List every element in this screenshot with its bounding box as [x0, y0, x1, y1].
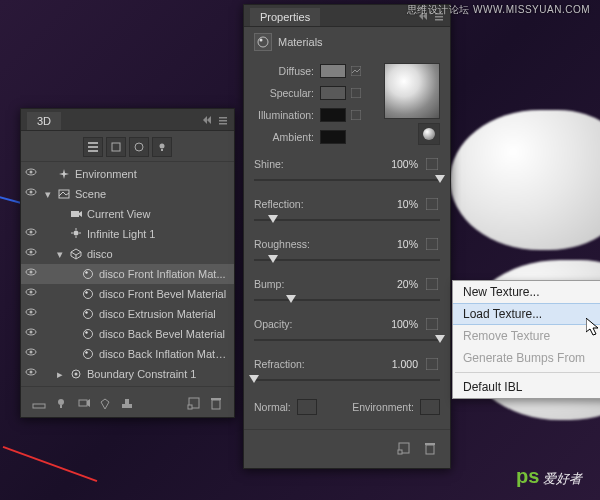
tree-row-disco-front-inflation-mat[interactable]: disco Front Inflation Mat... [21, 264, 234, 284]
visibility-eye-icon[interactable] [25, 327, 39, 341]
trash-icon[interactable] [422, 440, 438, 456]
svg-point-7 [135, 143, 143, 151]
visibility-eye-icon[interactable] [25, 287, 39, 301]
plane-icon[interactable] [31, 395, 47, 411]
3d-panel: 3D Environment▾SceneCurrent ViewInfinite… [20, 108, 235, 418]
svg-rect-51 [122, 404, 132, 408]
refraction-slider[interactable] [254, 373, 440, 387]
opacity-texture-drop[interactable] [424, 317, 440, 331]
tree-row-scene[interactable]: ▾Scene [21, 184, 234, 204]
menu-load-texture[interactable]: Load Texture... [453, 303, 600, 325]
shine-value[interactable]: 100% [391, 158, 418, 170]
svg-point-27 [30, 291, 33, 294]
tree-item-label: disco Extrusion Material [99, 308, 230, 320]
visibility-eye-icon[interactable] [25, 247, 39, 261]
panel-menu-icon[interactable] [218, 115, 228, 125]
tree-row-boundary-constraint-1[interactable]: ▸Boundary Constraint 1 [21, 364, 234, 384]
filter-scene-button[interactable] [83, 137, 103, 157]
svg-point-32 [84, 310, 93, 319]
diffuse-swatch[interactable] [320, 64, 346, 78]
visibility-eye-icon[interactable] [25, 267, 39, 281]
roughness-slider[interactable] [254, 253, 440, 267]
svg-point-13 [30, 191, 33, 194]
tree-toggle[interactable]: ▸ [55, 368, 65, 381]
diffuse-texture-drop[interactable] [349, 64, 363, 78]
illumination-swatch[interactable] [320, 108, 346, 122]
svg-rect-5 [88, 150, 98, 152]
properties-tab[interactable]: Properties [250, 8, 320, 26]
tree-row-disco-back-bevel-material[interactable]: disco Back Bevel Material [21, 324, 234, 344]
svg-rect-56 [211, 398, 221, 400]
tree-item-label: Environment [75, 168, 230, 180]
reflection-texture-drop[interactable] [424, 197, 440, 211]
visibility-eye-icon[interactable] [25, 307, 39, 321]
specular-swatch[interactable] [320, 86, 346, 100]
visibility-eye-icon[interactable] [25, 367, 39, 381]
tree-row-disco[interactable]: ▾disco [21, 244, 234, 264]
normal-drop[interactable] [297, 399, 317, 415]
tree-toggle[interactable]: ▾ [55, 248, 65, 261]
bump-slider[interactable] [254, 293, 440, 307]
svg-rect-48 [60, 405, 62, 408]
filter-light-button[interactable] [152, 137, 172, 157]
filter-mesh-button[interactable] [106, 137, 126, 157]
visibility-eye-icon[interactable] [25, 227, 39, 241]
shine-texture-drop[interactable] [424, 157, 440, 171]
menu-default-ibl[interactable]: Default IBL [453, 376, 600, 398]
menu-new-texture[interactable]: New Texture... [453, 281, 600, 303]
add-to-scene-icon[interactable] [97, 395, 113, 411]
visibility-eye-icon[interactable] [25, 207, 39, 221]
new-light-icon[interactable] [53, 395, 69, 411]
panel-collapse-icon[interactable] [202, 115, 212, 125]
mat-icon [80, 267, 96, 281]
tree-row-current-view[interactable]: Current View [21, 204, 234, 224]
svg-marker-75 [586, 318, 598, 335]
svg-rect-15 [71, 211, 79, 217]
svg-rect-9 [161, 149, 163, 151]
material-preset-picker[interactable] [418, 123, 440, 145]
visibility-eye-icon[interactable] [25, 347, 39, 361]
specular-texture-drop[interactable] [349, 86, 363, 100]
refraction-texture-drop[interactable] [424, 357, 440, 371]
specular-label: Specular: [254, 87, 320, 99]
tree-row-disco-front-bevel-material[interactable]: disco Front Bevel Material [21, 284, 234, 304]
opacity-value[interactable]: 100% [391, 318, 418, 330]
visibility-eye-icon[interactable] [25, 167, 39, 181]
new-layer-icon[interactable] [396, 440, 412, 456]
3d-tab[interactable]: 3D [27, 112, 61, 130]
texture-context-menu: New Texture... Load Texture... Remove Te… [452, 280, 600, 399]
new-camera-icon[interactable] [75, 395, 91, 411]
svg-rect-4 [88, 146, 98, 148]
svg-rect-73 [426, 445, 434, 454]
svg-point-28 [84, 290, 93, 299]
svg-rect-70 [426, 358, 438, 370]
illumination-texture-drop[interactable] [349, 108, 363, 122]
tree-row-environment[interactable]: Environment [21, 164, 234, 184]
filter-material-button[interactable] [129, 137, 149, 157]
bump-value[interactable]: 20% [397, 278, 418, 290]
svg-point-23 [30, 271, 33, 274]
shine-slider[interactable] [254, 173, 440, 187]
reflection-value[interactable]: 10% [397, 198, 418, 210]
svg-rect-74 [425, 443, 435, 445]
bump-texture-drop[interactable] [424, 277, 440, 291]
tree-row-disco-extrusion-material[interactable]: disco Extrusion Material [21, 304, 234, 324]
new-layer-icon[interactable] [186, 395, 202, 411]
roughness-texture-drop[interactable] [424, 237, 440, 251]
render-icon[interactable] [119, 395, 135, 411]
environment-drop[interactable] [420, 399, 440, 415]
opacity-slider[interactable] [254, 333, 440, 347]
trash-icon[interactable] [208, 395, 224, 411]
tree-toggle[interactable]: ▾ [43, 188, 53, 201]
refraction-value[interactable]: 1.000 [392, 358, 418, 370]
ambient-swatch[interactable] [320, 130, 346, 144]
svg-point-40 [84, 350, 93, 359]
tree-row-disco-back-inflation-mate[interactable]: disco Back Inflation Mate... [21, 344, 234, 364]
material-preview[interactable] [384, 63, 440, 119]
tree-row-infinite-light-1[interactable]: Infinite Light 1 [21, 224, 234, 244]
visibility-eye-icon[interactable] [25, 187, 39, 201]
svg-point-8 [160, 144, 165, 149]
roughness-value[interactable]: 10% [397, 238, 418, 250]
svg-point-61 [260, 39, 263, 42]
reflection-slider[interactable] [254, 213, 440, 227]
